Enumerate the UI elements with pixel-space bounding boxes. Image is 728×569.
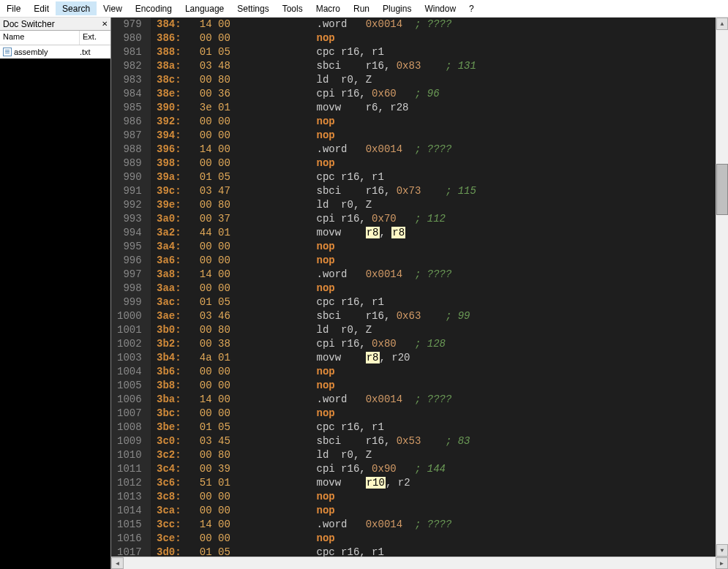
doc-switcher-list: assembly.txt: [0, 45, 110, 59]
sidebar-empty: [0, 59, 110, 569]
close-icon[interactable]: ✕: [102, 20, 108, 28]
doc-switcher-header-name[interactable]: Name: [0, 31, 80, 45]
vertical-scrollbar[interactable]: ▲ ▼: [716, 18, 728, 557]
scroll-right-icon[interactable]: ►: [716, 557, 728, 569]
menu-search[interactable]: Search: [56, 1, 97, 15]
menu-plugins[interactable]: Plugins: [376, 1, 418, 15]
doc-switcher-title: Doc Switcher: [3, 19, 55, 29]
file-ext: .txt: [80, 48, 108, 56]
doc-switcher-header-ext[interactable]: Ext.: [80, 31, 110, 45]
doc-switcher-headers: Name Ext.: [0, 31, 110, 45]
menu-edit[interactable]: Edit: [27, 1, 56, 15]
menu-macro[interactable]: Macro: [309, 1, 347, 15]
menu-help[interactable]: ?: [462, 1, 481, 15]
main-area: Doc Switcher ✕ Name Ext. assembly.txt 97…: [0, 18, 728, 569]
menubar: FileEditSearchViewEncodingLanguageSettin…: [0, 0, 728, 18]
code-area[interactable]: 979 980 981 982 983 984 985 986 987 988 …: [111, 18, 728, 557]
doc-switcher-row[interactable]: assembly.txt: [0, 45, 110, 59]
menu-view[interactable]: View: [97, 1, 129, 15]
menu-encoding[interactable]: Encoding: [129, 1, 179, 15]
scroll-up-icon[interactable]: ▲: [716, 18, 728, 30]
menu-run[interactable]: Run: [347, 1, 376, 15]
doc-switcher-titlebar[interactable]: Doc Switcher ✕: [0, 18, 110, 31]
menu-language[interactable]: Language: [179, 1, 230, 15]
scroll-left-icon[interactable]: ◄: [111, 557, 124, 569]
doc-switcher-panel: Doc Switcher ✕ Name Ext. assembly.txt: [0, 18, 111, 569]
menu-file[interactable]: File: [0, 1, 27, 15]
vscroll-thumb[interactable]: [716, 164, 728, 215]
menu-tools[interactable]: Tools: [276, 1, 309, 15]
menu-settings[interactable]: Settings: [230, 1, 275, 15]
vscroll-track[interactable]: [716, 30, 728, 544]
scroll-down-icon[interactable]: ▼: [716, 544, 728, 557]
hscroll-track[interactable]: [124, 557, 716, 569]
file-name: assembly: [14, 48, 48, 56]
code-content[interactable]: 384: 14 00 .word 0x0014 ; ???? 386: 00 0…: [151, 18, 716, 557]
editor: 979 980 981 982 983 984 985 986 987 988 …: [111, 18, 728, 569]
line-number-gutter: 979 980 981 982 983 984 985 986 987 988 …: [111, 18, 151, 557]
menu-window[interactable]: Window: [418, 1, 462, 15]
file-icon: [3, 48, 12, 56]
horizontal-scrollbar[interactable]: ◄ ►: [111, 557, 728, 569]
